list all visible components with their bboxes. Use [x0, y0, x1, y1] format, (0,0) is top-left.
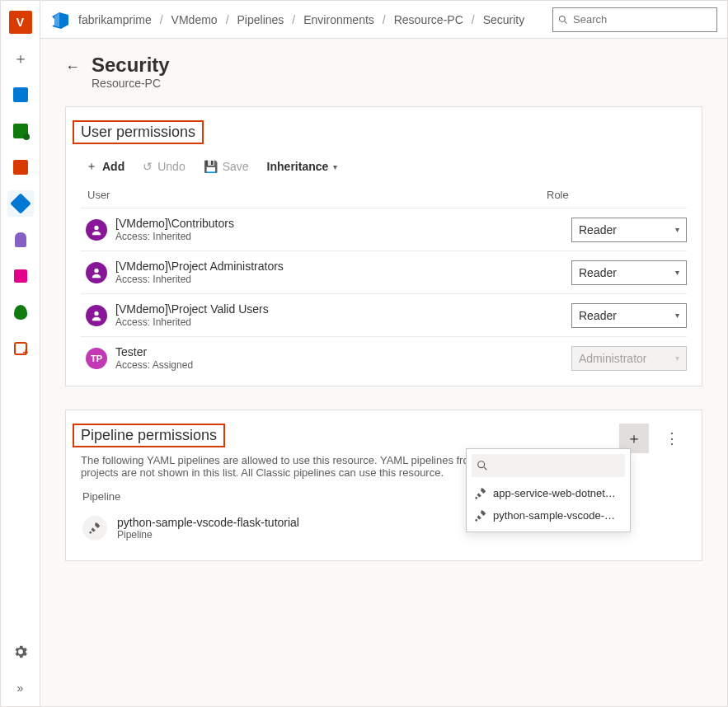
left-nav-rail: V ＋: [1, 1, 40, 706]
more-actions-button[interactable]: ⋮: [657, 424, 687, 453]
svg-line-6: [484, 467, 486, 470]
role-select[interactable]: Reader ▾: [571, 303, 687, 328]
role-value: Reader: [579, 223, 617, 236]
identity-access: Access: Inherited: [115, 274, 571, 285]
user-permissions-highlight: User permissions: [73, 120, 204, 144]
breadcrumb-item[interactable]: Pipelines: [237, 13, 284, 26]
group-avatar-icon: [86, 219, 107, 241]
page-title: Security: [92, 54, 170, 77]
search-icon: [558, 14, 568, 26]
role-value: Reader: [579, 266, 617, 279]
breadcrumb-item[interactable]: VMdemo: [171, 13, 218, 26]
svg-point-4: [94, 311, 98, 315]
azure-devops-logo-icon: [50, 10, 70, 30]
add-label: Add: [102, 160, 124, 173]
column-user: User: [87, 189, 547, 201]
chevron-right-double-icon: »: [17, 681, 24, 695]
save-button: 💾 Save: [204, 160, 249, 173]
plus-icon: ＋: [13, 49, 28, 68]
group-avatar-icon: [86, 305, 107, 326]
role-select: Administrator ▾: [571, 346, 687, 371]
chevron-down-icon: ▾: [675, 311, 679, 320]
pipeline-permissions-highlight: Pipeline permissions: [73, 424, 225, 447]
artifacts-icon: [14, 269, 27, 283]
back-button[interactable]: ←: [65, 59, 80, 76]
user-row: TP Tester Access: Assigned Administrator…: [81, 337, 687, 386]
role-select[interactable]: Reader ▾: [571, 260, 687, 285]
rail-item-artifacts[interactable]: [7, 263, 34, 289]
testplans-icon: [15, 232, 26, 247]
rail-settings[interactable]: [7, 639, 34, 665]
user-permissions-toolbar: ＋ Add ↺ Undo 💾 Save Inheritance ▾: [86, 159, 687, 174]
identity-access: Access: Inherited: [115, 231, 571, 242]
chevron-down-icon: ▾: [675, 225, 679, 234]
compliance-icon: [14, 305, 27, 320]
save-label: Save: [223, 160, 249, 173]
assessments-icon: [14, 342, 27, 355]
pipeline-option-label: app-service-web-dotnet…: [493, 487, 616, 499]
pipeline-kind: Pipeline: [117, 529, 299, 541]
pipeline-permissions-description: The following YAML pipelines are allowed…: [81, 454, 510, 479]
identity-name: Tester: [115, 345, 571, 358]
undo-label: Undo: [157, 160, 185, 173]
pipeline-option[interactable]: app-service-web-dotnet…: [472, 482, 625, 504]
breadcrumb-item[interactable]: Security: [483, 13, 525, 26]
project-avatar: V: [9, 11, 32, 34]
breadcrumb-item[interactable]: Environments: [303, 13, 374, 26]
top-bar: fabrikamprime / VMdemo / Pipelines / Env…: [40, 1, 727, 39]
breadcrumb-separator: /: [292, 13, 295, 26]
pipeline-picker-dropdown: app-service-web-dotnet… python-sample-vs…: [466, 448, 631, 532]
pipelines-icon: [10, 193, 31, 213]
breadcrumb-item[interactable]: Resource-PC: [394, 13, 463, 26]
undo-button: ↺ Undo: [143, 160, 185, 173]
user-row: [VMdemo]\Contributors Access: Inherited …: [81, 208, 687, 251]
svg-line-1: [565, 21, 567, 23]
page-subtitle: Resource-PC: [92, 77, 170, 90]
search-icon: [477, 460, 488, 471]
rail-item-boards[interactable]: [7, 118, 34, 144]
chevron-down-icon: ▾: [333, 162, 337, 171]
rail-add-project[interactable]: ＋: [7, 45, 34, 72]
rocket-icon: [89, 522, 101, 534]
breadcrumb-separator: /: [383, 13, 386, 26]
user-row: [VMdemo]\Project Valid Users Access: Inh…: [81, 294, 687, 337]
inheritance-dropdown[interactable]: Inheritance ▾: [267, 160, 338, 173]
role-value: Reader: [579, 309, 617, 322]
breadcrumb: fabrikamprime / VMdemo / Pipelines / Env…: [78, 13, 544, 26]
rail-expand[interactable]: »: [7, 675, 34, 701]
rail-item-compliance[interactable]: [7, 299, 34, 325]
rail-item-assessments[interactable]: [7, 335, 34, 362]
rail-item-repos[interactable]: [7, 154, 34, 180]
identity-name: [VMdemo]\Project Valid Users: [115, 302, 571, 316]
breadcrumb-separator: /: [160, 13, 163, 26]
rail-project[interactable]: V: [7, 9, 34, 35]
pipeline-chip-icon: [82, 516, 107, 541]
boards-icon: [13, 124, 28, 138]
rail-item-overview[interactable]: [7, 82, 34, 108]
rocket-icon: [475, 488, 486, 499]
pipeline-picker-search[interactable]: [472, 454, 625, 477]
identity-name: [VMdemo]\Project Administrators: [115, 260, 571, 273]
breadcrumb-separator: /: [226, 13, 229, 26]
chevron-down-icon: ▾: [675, 354, 679, 363]
identity-name: [VMdemo]\Contributors: [115, 217, 571, 230]
rail-item-pipelines[interactable]: [7, 190, 34, 217]
rail-item-testplans[interactable]: [7, 227, 34, 253]
svg-point-5: [478, 461, 485, 468]
more-vertical-icon: ⋮: [665, 429, 679, 447]
gear-icon: [12, 644, 29, 660]
search-input[interactable]: [573, 13, 712, 26]
chevron-down-icon: ▾: [675, 268, 679, 277]
pipeline-option-label: python-sample-vscode-…: [493, 509, 615, 522]
svg-point-3: [94, 268, 98, 272]
user-row: [VMdemo]\Project Administrators Access: …: [81, 251, 687, 294]
undo-icon: ↺: [143, 160, 153, 173]
breadcrumb-item[interactable]: fabrikamprime: [78, 13, 152, 26]
pipeline-permissions-title: Pipeline permissions: [81, 427, 217, 444]
role-select[interactable]: Reader ▾: [571, 218, 687, 242]
column-role: Role: [547, 189, 687, 201]
pipeline-option[interactable]: python-sample-vscode-…: [472, 504, 625, 527]
search-box[interactable]: [552, 7, 717, 32]
inheritance-label: Inheritance: [267, 160, 329, 173]
add-button[interactable]: ＋ Add: [86, 159, 124, 174]
